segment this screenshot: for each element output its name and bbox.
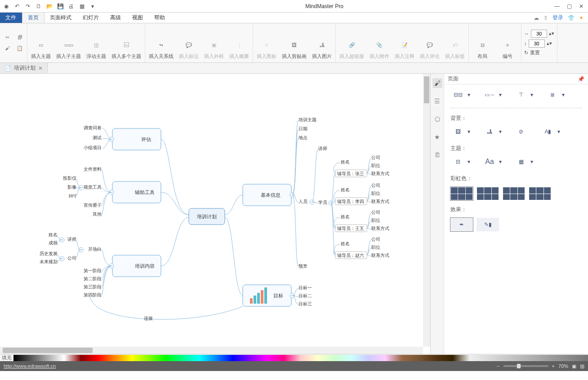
layout-right[interactable]: ▭→▾ [482,90,502,100]
relation-group: ↬插入关系线 💬插入标注 ▣插入外框 ⎱插入概要 [145,23,253,62]
horizontal-scrollbar[interactable] [0,347,423,354]
login-link[interactable]: 登录 [552,14,563,22]
layout-tree[interactable]: ⊤▾ [513,90,533,100]
swatch-3[interactable] [503,187,525,200]
svg-text:讲师: 讲师 [318,146,327,151]
tab-view[interactable]: 视图 [127,13,149,23]
canvas[interactable]: 培训计划 评估 调查问卷 测试 小组项目 辅助工具 文件资料 视觉工具 投影仪 … [0,74,431,354]
svg-rect-86 [257,293,260,304]
open-icon[interactable]: 📂 [46,3,53,10]
svg-rect-85 [254,296,256,304]
svg-text:开场白: 开场白 [88,247,102,252]
qat-more-icon[interactable]: ▾ [89,3,96,10]
sidetab-clipart-icon[interactable]: 🗓 [432,150,442,160]
undo-icon[interactable]: ↶ [13,3,21,10]
swatch-1[interactable] [450,187,473,200]
bg-remove[interactable]: ⊘ [513,127,529,137]
paste-icon[interactable]: 📋 [15,44,24,53]
copy-icon[interactable]: 🗐 [15,33,24,42]
insert-image-button[interactable]: 🏞插入图片 [311,25,333,61]
cloud-icon[interactable]: ☁ [534,15,539,21]
zoom-in-button[interactable]: + [552,363,555,369]
sidetab-shapes-icon[interactable]: ⬠ [432,114,442,124]
svg-text:小组项目: 小组项目 [84,145,102,150]
window-controls: — ▢ ✕ [550,3,588,9]
export-icon[interactable]: ▦ [78,3,85,10]
status-bar: http://www.edrawsoft.cn − + 70% ▣ ▥ [0,361,588,371]
layout-button[interactable]: ⊟布局 [472,25,493,61]
svg-text:未来规划: 未来规划 [40,259,58,264]
svg-text:辅助工具: 辅助工具 [135,190,155,195]
target-icon[interactable]: ◉ [3,3,10,10]
number-button[interactable]: ≡编号 [497,25,518,61]
effect-sketch[interactable]: ✎▮ [477,218,499,231]
bg-pattern[interactable]: 🏞▾ [482,127,502,137]
svg-text:职位: 职位 [371,245,380,250]
maximize-button[interactable]: ▢ [567,3,572,9]
fit-width-icon[interactable]: ▥ [580,363,584,369]
spinner-icon[interactable]: ▴▾ [547,40,552,46]
svg-text:职位: 职位 [371,218,380,223]
swatch-2[interactable] [477,187,499,200]
format-painter-icon[interactable]: 🖌 [3,44,12,53]
tab-help[interactable]: 帮助 [149,13,171,23]
tab-file[interactable]: 文件 [0,13,22,23]
share-icon[interactable]: ⇪ [543,15,548,21]
svg-text:第三阶段: 第三阶段 [84,284,102,289]
sidetab-format-icon[interactable]: 🖌 [432,78,442,88]
reset-button[interactable]: ↻重置 [524,49,554,56]
layout-list[interactable]: ≣▾ [545,90,565,100]
swatch-4[interactable] [529,187,551,200]
tab-home[interactable]: 首页 [22,13,45,23]
svg-text:姓名: 姓名 [341,159,350,164]
pin-icon[interactable]: 📌 [578,76,584,82]
insert-topic-button[interactable]: ▭插入主题 [30,25,52,61]
svg-text:历史发展: 历史发展 [40,251,58,256]
insert-relation-button[interactable]: ↬插入关系线 [148,25,174,61]
floating-topic-button[interactable]: ◫浮动主题 [85,25,107,61]
print-icon[interactable]: 🖨 [67,3,75,10]
doc-tab[interactable]: 📄 培训计划 ✕ [0,63,48,73]
zoom-slider[interactable] [503,365,548,367]
theme-style[interactable]: ⊟▾ [450,157,470,167]
vspacing-input[interactable] [529,40,545,48]
insert-callout-button: 💬插入标注 [178,25,200,61]
hspacing-input[interactable] [531,30,547,38]
effect-pen[interactable]: ✒ [450,218,473,231]
website-link[interactable]: http://www.edrawsoft.cn [4,363,56,369]
insert-subtopic-button[interactable]: ▭▭插入子主题 [55,25,82,61]
sidetab-icons-icon[interactable]: ★ [432,132,442,142]
svg-text:基本信息: 基本信息 [261,192,281,198]
save-icon[interactable]: 💾 [57,3,64,10]
redo-icon[interactable]: ↷ [24,3,31,10]
cut-icon[interactable]: ✂ [3,33,12,42]
insert-multi-topic-button[interactable]: ⿳插入多个主题 [111,25,142,61]
vertical-scrollbar[interactable] [423,74,430,347]
tab-page-style[interactable]: 页面样式 [45,13,77,23]
insert-topic-group: ▭插入主题 ▭▭插入子主题 ◫浮动主题 ⿳插入多个主题 [27,23,145,62]
svg-text:目标三: 目标三 [298,301,312,306]
bg-color[interactable]: A▮▾ [540,127,560,137]
layout-bidirectional[interactable]: ⊟⊟▾ [450,90,470,100]
tab-slides[interactable]: 幻灯片 [77,13,105,23]
insert-clipart-button[interactable]: 🖼插入剪贴画 [281,25,307,61]
color-spectrum[interactable] [13,355,588,361]
close-button[interactable]: ✕ [579,3,584,9]
new-icon[interactable]: 🗋 [35,3,42,10]
minimize-button[interactable]: — [554,3,560,9]
theme-color[interactable]: ▦▾ [513,157,533,167]
zoom-out-button[interactable]: − [497,363,499,369]
svg-text:PPT: PPT [69,194,76,199]
close-tab-icon[interactable]: ✕ [38,65,43,71]
bg-image[interactable]: 🖼▾ [450,127,470,137]
fit-page-icon[interactable]: ▣ [572,363,576,369]
svg-text:姓名: 姓名 [341,214,350,219]
svg-text:公司: 公司 [371,183,380,188]
tab-advanced[interactable]: 高级 [105,13,127,23]
tshirt-icon[interactable]: 👕 [568,15,575,21]
palette-icon[interactable]: ✦ [579,15,584,21]
sidetab-outline-icon[interactable]: ☰ [432,96,442,106]
svg-text:联系方式: 联系方式 [371,199,389,204]
spinner-icon[interactable]: ▴▾ [549,31,554,36]
theme-font[interactable]: Aa▾ [482,157,502,167]
